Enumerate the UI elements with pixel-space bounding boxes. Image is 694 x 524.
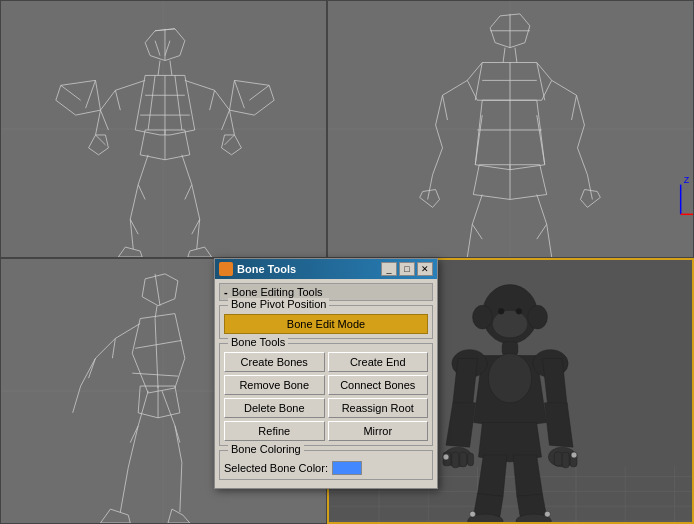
svg-marker-66 (142, 274, 178, 306)
dialog-titlebar: Bone Tools _ □ ✕ (215, 259, 437, 279)
bone-coloring-label: Bone Coloring (228, 443, 304, 455)
svg-line-34 (234, 80, 244, 108)
bone-coloring-content: Selected Bone Color: (224, 461, 428, 475)
svg-rect-108 (452, 452, 459, 468)
svg-line-28 (165, 41, 170, 56)
svg-line-60 (475, 63, 482, 101)
svg-marker-69 (132, 314, 185, 393)
svg-line-12 (100, 110, 108, 130)
svg-rect-114 (554, 452, 562, 466)
svg-rect-115 (562, 452, 569, 468)
color-swatch[interactable] (332, 461, 362, 475)
svg-point-126 (470, 511, 476, 517)
svg-marker-78 (168, 509, 190, 523)
create-bones-button[interactable]: Create Bones (224, 352, 325, 372)
svg-line-6 (170, 61, 172, 76)
restore-button[interactable]: □ (399, 262, 415, 276)
svg-point-125 (571, 452, 577, 458)
viewport-top-right[interactable]: Z X (327, 0, 694, 258)
create-end-button[interactable]: Create End (328, 352, 429, 372)
svg-marker-77 (100, 509, 130, 523)
svg-line-44 (503, 48, 505, 63)
svg-point-124 (443, 454, 449, 460)
bone-tools-group: Bone Tools Create Bones Create End Remov… (219, 343, 433, 446)
bone-coloring-group: Bone Coloring Selected Bone Color: (219, 450, 433, 480)
viewport-container: Z X (0, 0, 694, 524)
dialog-title: Bone Tools (237, 263, 377, 275)
selected-bone-color-label: Selected Bone Color: (224, 462, 328, 474)
svg-line-11 (115, 90, 120, 110)
svg-line-58 (443, 95, 448, 120)
svg-marker-24 (188, 247, 212, 257)
svg-line-62 (475, 115, 482, 165)
svg-line-26 (175, 75, 182, 130)
svg-line-61 (537, 63, 545, 101)
svg-line-27 (155, 41, 160, 56)
section-header-label: Bone Editing Tools (232, 286, 323, 298)
svg-point-127 (544, 511, 550, 517)
svg-line-19 (138, 185, 145, 200)
svg-line-32 (86, 80, 96, 108)
svg-point-98 (516, 308, 522, 314)
svg-text:Z: Z (684, 175, 690, 185)
bone-edit-mode-button[interactable]: Bone Edit Mode (224, 314, 428, 334)
svg-line-45 (515, 48, 517, 63)
bone-tools-dialog: Bone Tools _ □ ✕ - Bone Editing Tools Bo… (214, 258, 438, 489)
svg-line-31 (61, 85, 81, 100)
svg-line-75 (130, 426, 138, 443)
svg-point-96 (492, 310, 527, 338)
svg-line-59 (572, 95, 577, 120)
minimize-button[interactable]: _ (381, 262, 397, 276)
svg-line-57 (537, 224, 547, 239)
bone-pivot-label: Bone Pivot Position (228, 298, 329, 310)
viewport-top-left[interactable] (0, 0, 327, 258)
close-button[interactable]: ✕ (417, 262, 433, 276)
svg-point-97 (498, 308, 504, 314)
reassign-root-button[interactable]: Reassign Root (328, 398, 429, 418)
svg-point-95 (528, 305, 548, 329)
remove-bone-button[interactable]: Remove Bone (224, 375, 325, 395)
bone-tools-content: Create Bones Create End Remove Bone Conn… (224, 352, 428, 441)
svg-line-71 (135, 340, 182, 348)
svg-line-21 (185, 185, 192, 200)
svg-point-94 (473, 305, 493, 329)
svg-line-63 (537, 115, 545, 165)
bone-pivot-content: Bone Edit Mode (224, 314, 428, 334)
svg-line-5 (158, 61, 160, 76)
svg-line-70 (155, 319, 158, 388)
svg-line-33 (249, 85, 269, 100)
svg-line-74 (89, 358, 96, 378)
connect-bones-button[interactable]: Connect Bones (328, 375, 429, 395)
svg-line-56 (472, 224, 482, 239)
mirror-button[interactable]: Mirror (328, 421, 429, 441)
svg-line-13 (210, 90, 215, 110)
svg-line-25 (148, 75, 155, 130)
svg-line-14 (222, 110, 230, 130)
svg-marker-49 (420, 190, 440, 208)
dialog-body: - Bone Editing Tools Bone Pivot Position… (215, 279, 437, 488)
svg-marker-23 (118, 247, 142, 257)
svg-marker-46 (467, 63, 551, 101)
collapse-button[interactable]: - (224, 286, 228, 298)
refine-button[interactable]: Refine (224, 421, 325, 441)
svg-point-101 (488, 354, 531, 403)
bone-tools-label: Bone Tools (228, 336, 288, 348)
svg-rect-110 (468, 453, 474, 466)
bone-icon (219, 262, 233, 276)
bone-pivot-group: Bone Pivot Position Bone Edit Mode (219, 305, 433, 339)
svg-line-72 (132, 373, 178, 376)
svg-line-67 (155, 274, 160, 306)
delete-bone-button[interactable]: Delete Bone (224, 398, 325, 418)
svg-marker-50 (580, 190, 600, 208)
svg-rect-109 (460, 452, 467, 467)
dialog-controls: _ □ ✕ (381, 262, 433, 276)
